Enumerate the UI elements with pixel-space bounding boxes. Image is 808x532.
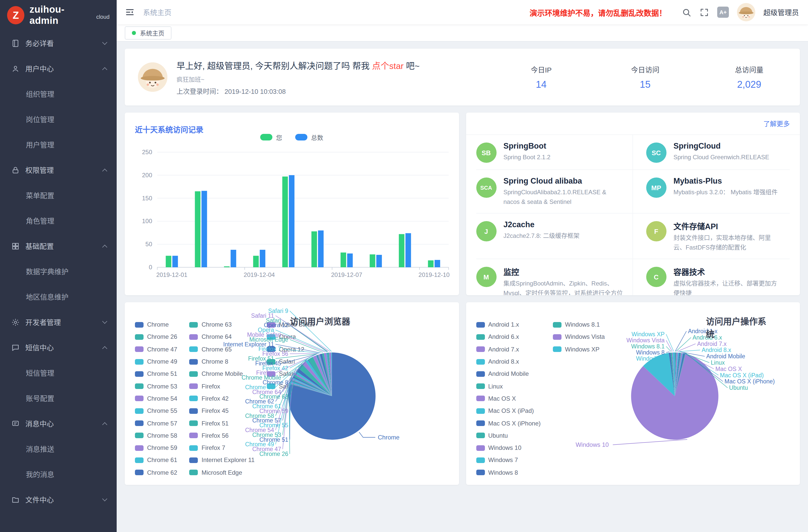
legend-item[interactable]: Chrome 49 bbox=[135, 355, 177, 368]
sidebar-item-label: 务必详看 bbox=[25, 38, 54, 48]
legend-item[interactable]: Microsoft Edge bbox=[189, 466, 255, 479]
legend-item[interactable]: Windows 8.1 bbox=[553, 318, 605, 331]
legend-item[interactable]: Chrome 26 bbox=[135, 331, 177, 343]
tech-desc: 虚拟化容器技术，让迁移、部署更加方便快捷 bbox=[674, 279, 781, 295]
legend-item[interactable]: 总数 bbox=[295, 133, 323, 142]
sidebar-item[interactable]: 务必详看 bbox=[0, 31, 117, 56]
legend-swatch bbox=[553, 346, 562, 352]
legend-item[interactable]: Firefox bbox=[189, 380, 255, 392]
sidebar-subitem[interactable]: 我的消息 bbox=[0, 461, 117, 487]
sidebar-item[interactable]: 消息中心 bbox=[0, 411, 117, 436]
sidebar-subitem[interactable]: 地区信息维护 bbox=[0, 284, 117, 309]
legend-item[interactable]: Chrome 65 bbox=[189, 343, 255, 355]
sidebar-subitem[interactable]: 数据字典维护 bbox=[0, 259, 117, 284]
learn-more-link[interactable]: 了解更多 bbox=[764, 119, 790, 128]
tab-system-home[interactable]: 系统主页 bbox=[125, 26, 171, 39]
legend-item[interactable]: Safari 11 bbox=[267, 368, 314, 380]
legend-swatch bbox=[260, 134, 272, 141]
legend-label: Chrome 65 bbox=[202, 346, 232, 353]
legend-item[interactable]: Safari bbox=[267, 355, 314, 368]
legend-item[interactable]: Chrome 62 bbox=[135, 466, 177, 479]
legend-item[interactable]: Chrome 58 bbox=[135, 429, 177, 442]
legend-item[interactable]: Chrome 53 bbox=[135, 380, 177, 392]
legend-item[interactable]: Opera 12 bbox=[267, 343, 314, 355]
legend-item[interactable]: Safari 9 bbox=[267, 380, 314, 392]
legend-item[interactable]: Chrome 61 bbox=[135, 454, 177, 466]
legend-item[interactable]: Chrome 51 bbox=[135, 368, 177, 380]
sidebar-subitem[interactable]: 菜单配置 bbox=[0, 183, 117, 208]
legend-item[interactable]: Firefox 56 bbox=[189, 429, 255, 442]
legend-item[interactable]: Windows 8 bbox=[476, 466, 541, 479]
legend-item[interactable]: Firefox 7 bbox=[189, 442, 255, 454]
legend-label: Mac OS X (iPad) bbox=[488, 407, 534, 414]
top-header: 系统主页 演示环境维护不易，请勿乱删乱改数据！ A+ bbox=[117, 0, 808, 24]
legend-item[interactable]: Chrome Mobile bbox=[189, 368, 255, 380]
legend-item[interactable]: Mac OS X (iPad) bbox=[476, 405, 541, 417]
legend-item[interactable]: Windows 7 bbox=[476, 454, 541, 466]
legend-item[interactable]: Chrome 47 bbox=[135, 343, 177, 355]
collapse-menu-icon[interactable] bbox=[125, 7, 135, 17]
legend-item[interactable]: Ubuntu bbox=[476, 429, 541, 442]
current-user-name[interactable]: 超级管理员 bbox=[764, 7, 799, 17]
legend-item[interactable]: Chrome 59 bbox=[135, 442, 177, 454]
sidebar-item[interactable]: 基础配置 bbox=[0, 233, 117, 259]
legend-item[interactable]: Chrome 54 bbox=[135, 392, 177, 405]
tech-desc: 集成SpringBootAdmin、Zipkin、Redis、Mysql、定时任… bbox=[503, 279, 623, 295]
legend-item[interactable]: Chrome 57 bbox=[135, 417, 177, 429]
sidebar-item[interactable]: 文件中心 bbox=[0, 487, 117, 512]
stat-block: 今日访问15 bbox=[615, 64, 676, 90]
app-logo[interactable]: Z zuihou-admin cloud bbox=[0, 0, 117, 31]
user-avatar-illustration bbox=[138, 62, 167, 92]
tech-card-header: 了解更多 bbox=[466, 113, 800, 135]
sidebar-item[interactable]: 用户中心 bbox=[0, 56, 117, 81]
legend-item[interactable]: Chrome bbox=[135, 318, 177, 331]
legend-label: Firefox 51 bbox=[202, 420, 229, 427]
sidebar-subitem[interactable]: 账号配置 bbox=[0, 385, 117, 411]
sidebar-subitem[interactable]: 岗位管理 bbox=[0, 107, 117, 132]
avatar[interactable] bbox=[737, 3, 755, 21]
legend-item[interactable]: Android 6.x bbox=[476, 331, 541, 343]
sidebar-subitem[interactable]: 消息推送 bbox=[0, 436, 117, 461]
legend-item[interactable]: Linux bbox=[476, 380, 541, 392]
sidebar-item[interactable]: 开发者管理 bbox=[0, 309, 117, 335]
legend-item[interactable]: Windows Vista bbox=[553, 331, 605, 343]
legend-item[interactable]: Android 1.x bbox=[476, 318, 541, 331]
legend-item[interactable]: Android 7.x bbox=[476, 343, 541, 355]
legend-label: Windows 8 bbox=[488, 469, 518, 476]
fullscreen-icon[interactable] bbox=[699, 7, 709, 17]
search-icon[interactable] bbox=[682, 7, 691, 17]
legend-item[interactable]: Firefox 42 bbox=[189, 392, 255, 405]
legend-item[interactable]: Chrome 8 bbox=[189, 355, 255, 368]
legend-item[interactable]: Windows 10 bbox=[476, 442, 541, 454]
sidebar-item[interactable]: 权限管理 bbox=[0, 157, 117, 183]
legend-item[interactable]: Mac OS X bbox=[476, 392, 541, 405]
logo-icon: Z bbox=[7, 6, 24, 24]
sidebar-subitem[interactable]: 短信管理 bbox=[0, 360, 117, 385]
sidebar-subitem[interactable]: 角色管理 bbox=[0, 208, 117, 233]
legend-label: Chrome bbox=[147, 321, 169, 328]
legend-item[interactable]: 您 bbox=[260, 133, 282, 142]
sidebar-subitem[interactable]: 组织管理 bbox=[0, 81, 117, 107]
star-link[interactable]: 点个star bbox=[372, 61, 404, 71]
legend-item[interactable]: Internet Explorer 11 bbox=[189, 454, 255, 466]
font-size-icon[interactable]: A+ bbox=[717, 6, 729, 18]
legend-item[interactable]: Chrome 64 bbox=[189, 331, 255, 343]
legend-swatch bbox=[189, 420, 198, 426]
row-pies: 访问用户浏览器 ChromeChrome 26Chrome 47Chrome 4… bbox=[125, 302, 800, 485]
legend-item[interactable]: Android 8.x bbox=[476, 355, 541, 368]
legend-item[interactable]: Firefox 45 bbox=[189, 405, 255, 417]
logo-title: zuihou-admin bbox=[30, 4, 90, 26]
legend-item[interactable]: Opera bbox=[267, 331, 314, 343]
legend-item[interactable]: Chrome 55 bbox=[135, 405, 177, 417]
sidebar-subitem[interactable]: 用户管理 bbox=[0, 132, 117, 157]
legend-item[interactable]: Chrome 63 bbox=[189, 318, 255, 331]
legend-label: Chrome 49 bbox=[147, 358, 177, 365]
legend-item[interactable]: Firefox 51 bbox=[189, 417, 255, 429]
greeting-text: 早上好, 超级管理员, 今天帮别人解决问题了吗 帮我 点个star 吧~ bbox=[177, 59, 420, 71]
legend-item[interactable]: Android Mobile bbox=[476, 368, 541, 380]
legend-item[interactable]: Windows XP bbox=[553, 343, 605, 355]
legend-item[interactable]: Mac OS X (iPhone) bbox=[476, 417, 541, 429]
sidebar: Z zuihou-admin cloud 务必详看用户中心组织管理岗位管理用户管… bbox=[0, 0, 117, 532]
sidebar-item[interactable]: 短信中心 bbox=[0, 335, 117, 360]
os-pie-card: 访问用户操作系统 Android 1.xAndroid 6.xAndroid 7… bbox=[466, 302, 800, 485]
